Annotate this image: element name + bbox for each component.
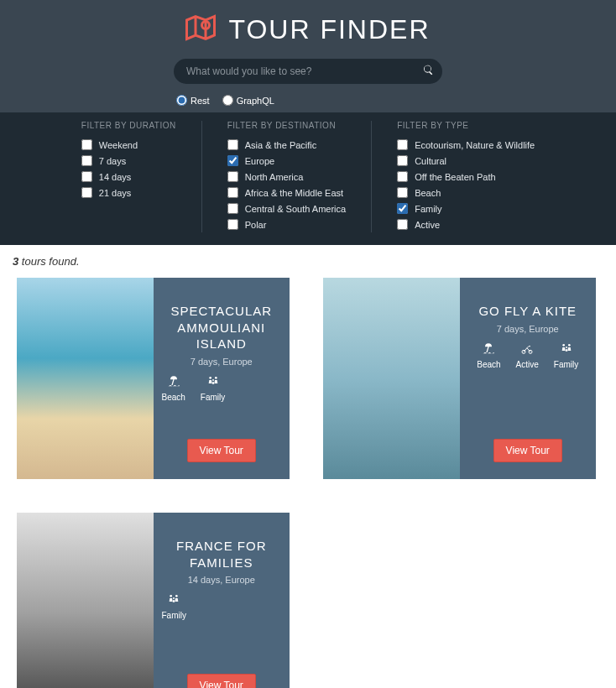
filter-item[interactable]: Weekend	[81, 137, 176, 153]
svg-point-8	[566, 347, 567, 348]
tour-image	[323, 278, 460, 479]
svg-point-6	[562, 344, 565, 347]
filter-checkbox[interactable]	[397, 155, 408, 166]
filter-label: Beach	[415, 188, 441, 198]
filter-item[interactable]: Asia & the Pacific	[227, 137, 346, 153]
results-summary: 3 tours found.	[0, 245, 616, 278]
filter-checkbox[interactable]	[397, 171, 408, 182]
search-wrap	[174, 59, 442, 84]
api-radio-graphql[interactable]	[222, 95, 233, 106]
tour-image	[17, 513, 154, 688]
beach-icon	[481, 342, 496, 357]
active-icon	[519, 342, 535, 357]
api-label-rest: Rest	[191, 96, 210, 106]
filter-title-duration: FILTER BY DURATION	[81, 121, 176, 130]
filter-checkbox[interactable]	[397, 203, 408, 214]
filter-items-duration: Weekend7 days14 days21 days	[81, 137, 176, 201]
results-label: tours found.	[18, 255, 79, 268]
filter-item[interactable]: North America	[227, 169, 346, 185]
search-input[interactable]	[174, 59, 442, 84]
filter-checkbox[interactable]	[227, 187, 238, 198]
filter-item[interactable]: Central & South America	[227, 201, 346, 216]
tour-meta: 7 days, Europe	[477, 324, 578, 334]
filter-checkbox[interactable]	[227, 203, 238, 214]
filter-checkbox[interactable]	[81, 139, 92, 150]
filter-item[interactable]: Europe	[227, 153, 346, 169]
tour-title: GO FLY A KITE	[477, 303, 578, 320]
family-icon	[206, 375, 221, 390]
api-label-graphql: GraphQL	[237, 96, 274, 106]
svg-point-11	[173, 597, 175, 599]
view-tour-button[interactable]: View Tour	[187, 674, 256, 688]
api-option-rest[interactable]: Rest	[176, 95, 210, 106]
family-icon	[166, 593, 181, 608]
tour-tags: BeachActiveFamily	[477, 342, 578, 369]
filter-item[interactable]: 14 days	[81, 169, 176, 185]
filter-item[interactable]: Active	[397, 216, 535, 232]
filter-group-duration: FILTER BY DURATION Weekend7 days14 days2…	[56, 121, 201, 232]
tour-tag: Family	[162, 593, 186, 620]
filter-label: Active	[415, 220, 440, 230]
filter-label: Family	[415, 204, 441, 214]
tour-cards: SPECTACULAR AMMOULIANI ISLAND7 days, Eur…	[0, 278, 616, 688]
filter-checkbox[interactable]	[397, 139, 408, 150]
svg-point-2	[215, 377, 217, 379]
filter-group-type: FILTER BY TYPE Ecotourism, Nature & Wild…	[371, 121, 560, 232]
filter-label: Off the Beaten Path	[415, 172, 495, 182]
beach-icon	[166, 375, 181, 390]
filter-item[interactable]: Cultural	[397, 153, 535, 169]
filter-checkbox[interactable]	[81, 155, 92, 166]
filter-checkbox[interactable]	[227, 139, 238, 150]
search-row	[0, 55, 616, 88]
filter-checkbox[interactable]	[227, 155, 238, 166]
filter-checkbox[interactable]	[81, 187, 92, 198]
filter-item[interactable]: 21 days	[81, 185, 176, 201]
tour-meta: 7 days, Europe	[162, 357, 282, 367]
filter-label: 7 days	[99, 156, 126, 166]
tour-image	[17, 278, 154, 479]
filter-item[interactable]: Polar	[227, 216, 346, 232]
filter-item[interactable]: Off the Beaten Path	[397, 169, 535, 185]
view-tour-button[interactable]: View Tour	[493, 439, 562, 462]
tour-tag: Beach	[477, 342, 500, 369]
filter-item[interactable]: Family	[397, 201, 535, 216]
api-option-graphql[interactable]: GraphQL	[222, 95, 274, 106]
tour-info: GO FLY A KITE7 days, EuropeBeachActiveFa…	[460, 278, 597, 479]
filter-items-type: Ecotourism, Nature & WildlifeCulturalOff…	[397, 137, 535, 232]
view-tour-button[interactable]: View Tour	[187, 439, 256, 462]
filter-checkbox[interactable]	[397, 219, 408, 230]
filter-label: Ecotourism, Nature & Wildlife	[415, 140, 535, 150]
filter-title-destination: FILTER BY DESTINATION	[227, 121, 346, 130]
filter-checkbox[interactable]	[81, 171, 92, 182]
filter-label: 21 days	[99, 188, 132, 198]
search-button[interactable]	[424, 65, 434, 78]
tour-info: FRANCE FOR FAMILIES14 days, EuropeFamily…	[154, 513, 290, 688]
filter-item[interactable]: Ecotourism, Nature & Wildlife	[397, 137, 535, 153]
api-selector: Rest GraphQL	[0, 88, 616, 112]
filter-checkbox[interactable]	[227, 219, 238, 230]
tour-tag-label: Active	[516, 360, 539, 369]
tour-tags: BeachFamily	[162, 375, 282, 402]
tour-card: SPECTACULAR AMMOULIANI ISLAND7 days, Eur…	[17, 278, 290, 479]
tour-title: FRANCE FOR FAMILIES	[162, 538, 282, 571]
filter-group-destination: FILTER BY DESTINATION Asia & the Pacific…	[201, 121, 371, 232]
page-title: TOUR FINDER	[228, 14, 430, 45]
tour-card: GO FLY A KITE7 days, EuropeBeachActiveFa…	[323, 278, 596, 479]
filter-checkbox[interactable]	[397, 187, 408, 198]
filter-label: Asia & the Pacific	[245, 140, 317, 150]
svg-point-3	[212, 379, 214, 381]
tour-tag-label: Family	[554, 360, 578, 369]
header: TOUR FINDER Rest GraphQL FILTER BY DURAT…	[0, 0, 616, 245]
tour-tag-label: Beach	[162, 393, 185, 402]
filter-checkbox[interactable]	[227, 171, 238, 182]
map-icon	[185, 13, 216, 46]
filter-label: Cultural	[415, 156, 446, 166]
filter-item[interactable]: Africa & the Middle East	[227, 185, 346, 201]
api-radio-rest[interactable]	[176, 95, 187, 106]
filter-item[interactable]: 7 days	[81, 153, 176, 169]
filter-label: North America	[245, 172, 304, 182]
filter-item[interactable]: Beach	[397, 185, 535, 201]
tour-tag: Beach	[162, 375, 185, 402]
filter-items-destination: Asia & the PacificEuropeNorth AmericaAfr…	[227, 137, 346, 232]
tour-tag: Family	[554, 342, 578, 369]
